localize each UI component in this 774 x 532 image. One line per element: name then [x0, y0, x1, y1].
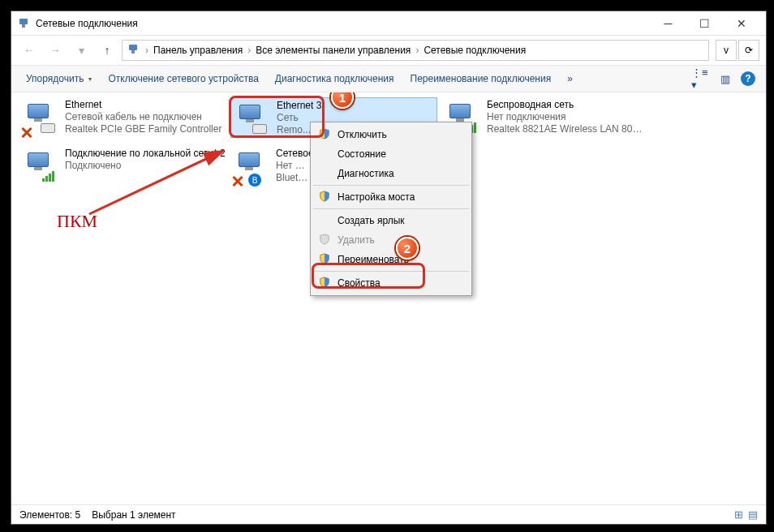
menu-disable[interactable]: Отключить	[313, 125, 469, 144]
connection-ethernet[interactable]: Ethernet Сетевой кабель не подключен Rea…	[19, 97, 226, 138]
connection-name: Сетевое...	[276, 148, 310, 160]
recent-locations-button[interactable]: ▾	[70, 39, 92, 62]
view-large-icons-button[interactable]: ⊞	[734, 508, 743, 521]
crumb-network-connections[interactable]: Сетевые подключения	[424, 45, 526, 56]
toolbar-overflow-button[interactable]: »	[559, 68, 581, 89]
status-selection: Выбран 1 элемент	[92, 509, 175, 521]
menu-bridge[interactable]: Настройка моста	[313, 187, 469, 209]
back-button[interactable]: ←	[18, 39, 41, 62]
control-panel-icon	[127, 45, 140, 57]
connection-status: Нет подключения	[487, 111, 647, 123]
statusbar: Элементов: 5 Выбран 1 элемент ⊞ ▤	[11, 504, 766, 524]
connection-status: Нет подключения	[276, 160, 310, 172]
shield-icon	[319, 191, 330, 202]
view-options-button[interactable]: ⋮≡ ▾	[691, 67, 714, 90]
help-button[interactable]: ?	[737, 67, 759, 90]
network-adapter-icon	[234, 101, 267, 134]
preview-pane-button[interactable]: ▥	[714, 67, 737, 90]
addressbar: ← → ▾ ↑ › Панель управления › Все элемен…	[11, 36, 766, 65]
network-adapter-icon	[23, 149, 55, 182]
up-button[interactable]: ↑	[96, 39, 118, 62]
shield-icon	[319, 277, 330, 288]
close-button[interactable]: ✕	[723, 11, 759, 36]
diagnose-connection-button[interactable]: Диагностика подключения	[267, 68, 402, 89]
connection-status: Подключено	[65, 160, 225, 172]
crumb-all-items[interactable]: Все элементы панели управления	[256, 45, 411, 56]
menu-diagnose[interactable]: Диагностика	[313, 164, 469, 186]
network-connections-window: Сетевые подключения ─ ☐ ✕ ← → ▾ ↑ › Пане…	[11, 11, 767, 525]
connection-status: Сетевой кабель не подключен	[65, 111, 221, 123]
connection-name: Подключение по локальной сети* 2	[65, 148, 225, 160]
chevron-right-icon: ›	[415, 45, 419, 56]
menu-delete: Удалить	[313, 230, 469, 250]
toolbar: Упорядочить Отключение сетевого устройст…	[11, 65, 766, 92]
menu-rename[interactable]: Переименовать	[313, 250, 469, 272]
bluetooth-icon: B	[248, 174, 261, 187]
error-x-icon	[19, 125, 34, 139]
connection-wireless[interactable]: Беспроводная сеть Нет подключения Realte…	[441, 97, 648, 138]
help-icon: ?	[741, 71, 755, 86]
disable-device-button[interactable]: Отключение сетевого устройства	[100, 68, 266, 89]
connection-name: Беспроводная сеть	[487, 99, 647, 111]
chevron-right-icon: ›	[247, 45, 251, 56]
shield-icon	[319, 128, 330, 139]
chevron-right-icon: ›	[145, 45, 148, 56]
connection-device: Realtek 8821AE Wireless LAN 802....	[487, 123, 647, 135]
refresh-button[interactable]: ⟳	[738, 40, 759, 61]
forward-button: →	[44, 39, 67, 62]
menu-properties[interactable]: Свойства	[313, 273, 469, 293]
connection-bluetooth[interactable]: B Сетевое... Нет подключения Bluetooth..…	[230, 146, 312, 187]
shield-icon	[319, 253, 330, 264]
annotation-pkm-label: ПКМ	[57, 211, 97, 232]
connection-name: Ethernet	[65, 99, 221, 111]
view-details-button[interactable]: ▤	[748, 508, 758, 521]
content-area[interactable]: Ethernet Сетевой кабель не подключен Rea…	[11, 92, 766, 504]
status-item-count: Элементов: 5	[19, 509, 80, 521]
error-x-icon	[230, 174, 245, 188]
crumb-control-panel[interactable]: Панель управления	[153, 45, 243, 56]
address-box[interactable]: › Панель управления › Все элементы панел…	[122, 40, 709, 61]
organize-menu[interactable]: Упорядочить	[18, 68, 100, 89]
connection-name: Ethernet 3	[277, 100, 321, 112]
connection-device: Realtek PCIe GBE Family Controller	[65, 123, 221, 135]
menu-status[interactable]: Состояние	[313, 144, 469, 164]
menu-create-shortcut[interactable]: Создать ярлык	[313, 211, 469, 230]
maximize-button[interactable]: ☐	[686, 11, 723, 36]
window-title: Сетевые подключения	[36, 18, 650, 29]
context-menu: Отключить Состояние Диагностика Настройк…	[310, 122, 472, 296]
window-icon	[18, 17, 31, 30]
shield-icon	[319, 234, 330, 245]
address-dropdown-button[interactable]: v	[716, 40, 737, 61]
titlebar: Сетевые подключения ─ ☐ ✕	[11, 11, 766, 36]
connection-local-2[interactable]: Подключение по локальной сети* 2 Подключ…	[19, 146, 226, 187]
rename-connection-button[interactable]: Переименование подключения	[402, 68, 560, 89]
connection-device: Bluetooth...	[276, 172, 310, 184]
minimize-button[interactable]: ─	[650, 11, 686, 36]
annotation-badge-2: 2	[396, 237, 419, 260]
